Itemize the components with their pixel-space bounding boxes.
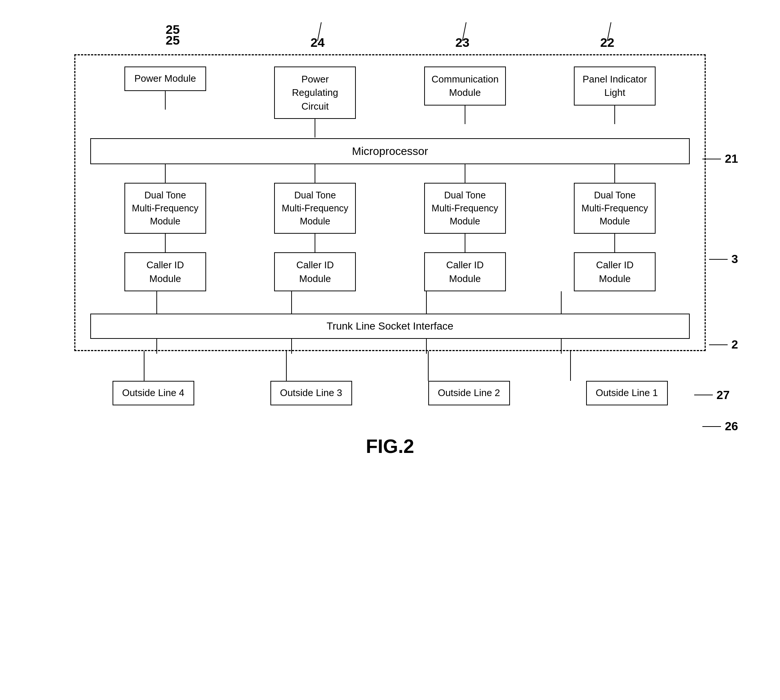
- caller-id-row: Caller IDModule Caller IDModule Caller I…: [90, 252, 690, 291]
- ref-num-25: 25: [166, 22, 180, 37]
- outside-line-3: Outside Line 3: [270, 381, 352, 405]
- dtmf-col-2: Dual ToneMulti-FrequencyModule: [249, 183, 381, 234]
- dtmf-col-3: Dual ToneMulti-FrequencyModule: [399, 183, 531, 234]
- power-regulating-circuit: PowerRegulatingCircuit: [274, 67, 356, 119]
- communication-module: CommunicationModule: [424, 67, 506, 105]
- ref-num-24-label: 24: [311, 35, 324, 50]
- dtmf-row: Dual ToneMulti-FrequencyModule Dual Tone…: [90, 183, 690, 234]
- label-27: 27: [694, 388, 730, 402]
- outside-section: Outside Line 4 Outside Line 3 Outside Li…: [74, 351, 706, 405]
- label-26: 26: [702, 420, 738, 433]
- caller-id-col-4: Caller IDModule: [549, 252, 681, 291]
- label-2: 2: [709, 338, 738, 352]
- dtmf-module-1: Dual ToneMulti-FrequencyModule: [125, 183, 206, 234]
- top-mod-col-4: Panel IndicatorLight: [549, 67, 681, 137]
- dtmf-module-2: Dual ToneMulti-FrequencyModule: [274, 183, 356, 234]
- label-3: 3: [709, 252, 738, 266]
- caller-id-col-1: Caller IDModule: [99, 252, 231, 291]
- dtmf-col-4: Dual ToneMulti-FrequencyModule: [549, 183, 681, 234]
- caller-id-module-2: Caller IDModule: [274, 252, 356, 291]
- trunk-line-socket-interface: Trunk Line Socket Interface: [90, 313, 690, 339]
- dtmf-col-1: Dual ToneMulti-FrequencyModule: [99, 183, 231, 234]
- caller-id-module-1: Caller IDModule: [125, 252, 206, 291]
- ref-num-22-label: 22: [600, 35, 614, 50]
- caller-id-module-4: Caller IDModule: [574, 252, 655, 291]
- panel-indicator-light: Panel IndicatorLight: [574, 67, 655, 105]
- caller-id-col-3: Caller IDModule: [399, 252, 531, 291]
- power-module: Power Module: [125, 67, 206, 91]
- label-21: 21: [702, 152, 738, 166]
- outside-line-2: Outside Line 2: [428, 381, 510, 405]
- figure-label: FIG.2: [56, 435, 724, 457]
- dtmf-module-4: Dual ToneMulti-FrequencyModule: [574, 183, 655, 234]
- main-container: 21 3 2 26 Power Module PowerRegulatingCi…: [74, 54, 706, 351]
- microprocessor: Microprocessor: [90, 138, 690, 164]
- caller-id-col-2: Caller IDModule: [249, 252, 381, 291]
- top-mod-col-2: PowerRegulatingCircuit: [249, 67, 381, 137]
- ref-num-23-label: 23: [456, 35, 469, 50]
- top-mod-col-1: Power Module: [99, 67, 231, 137]
- caller-id-module-3: Caller IDModule: [424, 252, 506, 291]
- top-mod-col-3: CommunicationModule: [399, 67, 531, 137]
- dtmf-module-3: Dual ToneMulti-FrequencyModule: [424, 183, 506, 234]
- diagram-wrapper: 25 25 24 23 22 21 3 2: [56, 22, 724, 457]
- outside-line-1: Outside Line 1: [586, 381, 668, 405]
- outside-line-4: Outside Line 4: [113, 381, 194, 405]
